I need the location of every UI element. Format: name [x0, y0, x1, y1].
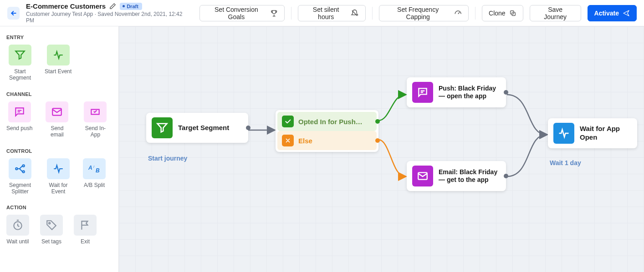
palette-start-segment[interactable]: Start Segment — [6, 45, 34, 81]
node-caption-start: Start journey — [148, 155, 187, 162]
subtitle: Customer Journey Test App · Saved Novemb… — [26, 11, 187, 24]
btn-label: Set Frequency Capping — [386, 6, 450, 20]
pal-label: Set tags — [41, 238, 61, 245]
node-title: Email: Black Friday — get to the app — [439, 168, 501, 184]
svg-point-5 — [22, 171, 24, 172]
node-wait[interactable]: Wait for App Open — [548, 118, 637, 148]
palette-wait-until[interactable]: Wait until — [6, 215, 29, 245]
arrow-left-icon — [10, 10, 17, 17]
branch-label: Else — [298, 137, 312, 145]
btn-label: Clone — [489, 10, 506, 17]
tag-icon — [46, 219, 57, 231]
btn-label: Activate — [594, 10, 619, 17]
section-label-entry: ENTRY — [6, 35, 118, 40]
silent-hours-button[interactable]: Set silent hours — [298, 5, 366, 21]
node-port[interactable] — [504, 90, 508, 95]
palette-wait-event[interactable]: Wait for Event — [45, 158, 72, 195]
svg-point-3 — [15, 167, 17, 169]
funnel-icon — [14, 49, 26, 61]
palette-set-tags[interactable]: Set tags — [40, 215, 63, 245]
chat-icon — [14, 106, 26, 118]
branch-port[interactable] — [375, 119, 380, 124]
node-title: Wait for App Open — [580, 125, 632, 142]
gauge-icon — [454, 9, 462, 17]
conversion-goals-button[interactable]: Set Conversion Goals — [199, 5, 285, 21]
btn-label: Set silent hours — [305, 6, 347, 20]
sidebar: ENTRY Start Segment Start Event CHANNEL … — [0, 26, 119, 272]
pal-label: Send push — [6, 125, 32, 131]
ab-icon: A/B — [87, 163, 101, 175]
flag-icon — [79, 219, 91, 231]
stopwatch-icon — [12, 219, 24, 231]
pulse-icon — [557, 127, 570, 140]
section-label-control: CONTROL — [6, 148, 118, 154]
clone-button[interactable]: Clone — [482, 5, 523, 21]
svg-text:/: / — [93, 165, 95, 169]
node-port[interactable] — [504, 174, 508, 178]
status-badge: Draft — [120, 3, 142, 10]
pal-label: Wait for Event — [45, 182, 72, 195]
palette-exit[interactable]: Exit — [74, 215, 97, 245]
branch-label: Opted In for Push… — [298, 118, 363, 126]
main: ENTRY Start Segment Start Event CHANNEL … — [0, 26, 644, 272]
btn-label: Save Journey — [537, 6, 574, 20]
split-branch-opted-in[interactable]: Opted In for Push… — [277, 112, 377, 131]
x-icon — [282, 135, 294, 146]
pal-label: Wait until — [7, 238, 29, 245]
node-target-segment[interactable]: Target Segment — [146, 113, 248, 143]
ticket-icon — [89, 106, 101, 118]
svg-point-4 — [22, 165, 24, 166]
section-label-action: ACTION — [6, 205, 118, 210]
palette-segment-splitter[interactable]: Segment Splitter — [6, 158, 34, 195]
copy-icon — [509, 10, 516, 17]
branch-port[interactable] — [375, 138, 380, 143]
node-caption-wait: Wait 1 day — [550, 159, 581, 166]
pal-label: Send email — [43, 125, 71, 138]
header-bar: E-Commerce Customers Draft Customer Jour… — [0, 0, 644, 26]
back-button[interactable] — [7, 7, 20, 20]
pal-label: Exit — [81, 238, 90, 245]
pal-label: Segment Splitter — [6, 182, 34, 195]
connectors — [119, 26, 644, 272]
bell-off-icon — [351, 9, 358, 17]
node-title: Target Segment — [178, 124, 229, 132]
send-icon — [623, 10, 630, 17]
node-push[interactable]: Push: Black Friday — open the app — [407, 77, 506, 107]
pulse-icon — [52, 49, 64, 61]
chat-icon — [417, 86, 429, 98]
palette-send-inapp[interactable]: Send In-App — [82, 101, 109, 138]
node-title: Push: Black Friday — open the app — [439, 85, 501, 101]
pulse-icon — [52, 163, 64, 175]
title-block: E-Commerce Customers Draft Customer Jour… — [26, 2, 187, 24]
btn-label: Set Conversion Goals — [206, 6, 266, 20]
activate-button[interactable]: Activate — [588, 5, 637, 21]
mail-icon — [417, 170, 429, 182]
frequency-capping-button[interactable]: Set Frequency Capping — [379, 5, 469, 21]
svg-text:A: A — [88, 165, 92, 171]
node-split[interactable]: Opted In for Push… Else — [276, 110, 378, 152]
app-name: Customer Journey Test App — [26, 11, 93, 17]
node-email[interactable]: Email: Black Friday — get to the app — [407, 161, 506, 191]
page-title: E-Commerce Customers — [26, 2, 106, 10]
split-branch-else[interactable]: Else — [277, 131, 377, 150]
pal-label: Start Event — [45, 68, 72, 75]
section-label-channel: CHANNEL — [6, 91, 118, 97]
svg-point-10 — [49, 222, 50, 224]
node-port[interactable] — [246, 126, 250, 130]
save-button[interactable]: Save Journey — [530, 5, 581, 21]
pal-label: Send In-App — [82, 125, 109, 138]
mail-icon — [51, 106, 63, 118]
funnel-icon — [156, 121, 169, 134]
palette-send-email[interactable]: Send email — [43, 101, 71, 138]
palette-start-event[interactable]: Start Event — [45, 45, 72, 81]
edit-icon[interactable] — [109, 3, 116, 10]
svg-text:B: B — [96, 167, 100, 174]
palette-ab-split[interactable]: A/B A/B Split — [83, 158, 106, 195]
palette-send-push[interactable]: Send push — [6, 101, 32, 138]
canvas[interactable]: Target Segment Start journey Opted In fo… — [119, 26, 644, 272]
trophy-icon — [270, 9, 278, 17]
pal-label: A/B Split — [84, 182, 105, 188]
pal-label: Start Segment — [6, 68, 34, 81]
split-icon — [14, 163, 26, 175]
check-icon — [282, 116, 294, 127]
